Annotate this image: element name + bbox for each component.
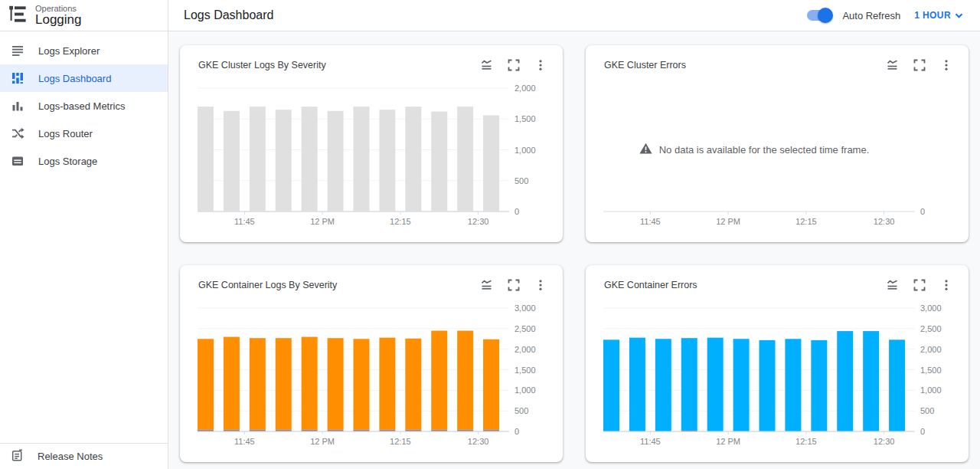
- fullscreen-icon[interactable]: [507, 58, 521, 72]
- sidebar-item-label: Logs-based Metrics: [38, 100, 125, 112]
- no-data-message: No data is available for the selected ti…: [586, 143, 923, 156]
- more-vert-icon[interactable]: [939, 278, 953, 292]
- auto-refresh-toggle[interactable]: [806, 8, 833, 23]
- sidebar-item-label: Logs Explorer: [38, 45, 100, 57]
- logging-logo-icon: [8, 4, 28, 28]
- bar-chart-cluster-logs[interactable]: 05001,0001,5002,00011:4512 PM12:1512:30: [180, 45, 563, 242]
- more-vert-icon[interactable]: [939, 58, 953, 72]
- warning-icon: [639, 143, 652, 156]
- sidebar-item-label: Logs Storage: [38, 156, 97, 167]
- svg-text:1,500: 1,500: [920, 366, 942, 375]
- sidebar-item-logs-router[interactable]: Logs Router: [0, 120, 168, 147]
- release-notes-link[interactable]: Release Notes: [0, 443, 168, 469]
- fullscreen-icon[interactable]: [913, 278, 926, 292]
- svg-text:1,500: 1,500: [514, 114, 536, 123]
- time-range-value: 1 HOUR: [914, 10, 951, 21]
- sidebar-item-label: Logs Dashboard: [38, 73, 111, 84]
- svg-text:12:15: 12:15: [390, 437, 411, 446]
- sidebar-item-logs-explorer[interactable]: Logs Explorer: [0, 37, 168, 64]
- svg-text:12 PM: 12 PM: [716, 217, 740, 226]
- sidebar-item-label: Logs Router: [38, 128, 93, 139]
- svg-text:1,000: 1,000: [920, 385, 942, 395]
- svg-text:12 PM: 12 PM: [716, 437, 740, 446]
- fullscreen-icon[interactable]: [507, 278, 521, 292]
- chart-title: GKE Container Logs By Severity: [198, 280, 337, 290]
- svg-text:0: 0: [514, 427, 519, 436]
- svg-text:11:45: 11:45: [640, 437, 661, 446]
- svg-text:500: 500: [514, 406, 528, 415]
- chart-title: GKE Container Errors: [604, 280, 697, 290]
- svg-text:2,500: 2,500: [514, 324, 536, 333]
- release-notes-icon: [11, 449, 24, 464]
- svg-text:12:15: 12:15: [390, 217, 411, 226]
- logs-explorer-icon: [11, 44, 24, 57]
- topbar: Logs Dashboard Auto Refresh 1 HOUR: [168, 0, 980, 31]
- svg-text:0: 0: [514, 207, 519, 216]
- more-vert-icon[interactable]: [534, 278, 547, 292]
- card-gke-container-logs-by-severity: GKE Container Logs By Severity 05001,000…: [180, 265, 563, 462]
- svg-text:12:30: 12:30: [468, 437, 489, 446]
- bar-chart-container-errors[interactable]: 05001,0001,5002,0002,5003,00011:4512 PM1…: [586, 265, 969, 462]
- svg-text:12 PM: 12 PM: [310, 437, 335, 446]
- svg-text:11:45: 11:45: [640, 217, 661, 226]
- logs-storage-icon: [11, 154, 24, 168]
- more-vert-icon[interactable]: [534, 58, 547, 72]
- svg-text:500: 500: [514, 176, 528, 185]
- dashboard-content: GKE Cluster Logs By Severity 05001,0001,…: [168, 31, 980, 469]
- sidebar-nav: Logs Explorer Logs Dashboard: [0, 31, 168, 175]
- chart-title: GKE Cluster Errors: [604, 60, 686, 71]
- main-area: Logs Dashboard Auto Refresh 1 HOUR: [168, 0, 980, 469]
- chart-title: GKE Cluster Logs By Severity: [198, 60, 326, 71]
- svg-text:0: 0: [920, 207, 925, 216]
- svg-text:11:45: 11:45: [234, 217, 255, 226]
- card-gke-cluster-errors: GKE Cluster Errors No data is available …: [586, 45, 969, 242]
- svg-text:1,000: 1,000: [514, 385, 536, 395]
- legend-toggle-icon[interactable]: [479, 278, 494, 292]
- logs-based-metrics-icon: [11, 99, 24, 113]
- sidebar-item-logs-based-metrics[interactable]: Logs-based Metrics: [0, 92, 168, 120]
- release-notes-label: Release Notes: [38, 451, 103, 462]
- logs-dashboard-icon: [11, 71, 24, 85]
- svg-text:2,000: 2,000: [514, 84, 536, 93]
- sidebar: Operations Logging Logs Explorer: [0, 0, 168, 469]
- app-root: Operations Logging Logs Explorer: [0, 0, 980, 469]
- svg-text:12:15: 12:15: [795, 217, 817, 226]
- legend-toggle-icon[interactable]: [885, 278, 900, 292]
- svg-text:2,500: 2,500: [920, 324, 942, 333]
- svg-text:500: 500: [920, 406, 934, 415]
- sidebar-item-logs-dashboard[interactable]: Logs Dashboard: [0, 64, 168, 92]
- svg-text:3,000: 3,000: [920, 303, 942, 313]
- svg-text:12:30: 12:30: [874, 217, 895, 226]
- product-name: Logging: [35, 13, 82, 27]
- svg-text:11:45: 11:45: [234, 437, 255, 446]
- svg-text:12:15: 12:15: [795, 437, 817, 446]
- svg-text:12 PM: 12 PM: [310, 217, 335, 226]
- product-logo: Operations Logging: [0, 0, 168, 31]
- svg-text:12:30: 12:30: [874, 437, 895, 446]
- chevron-down-icon: [955, 10, 963, 21]
- legend-toggle-icon[interactable]: [479, 58, 494, 72]
- bar-chart-container-logs[interactable]: 05001,0001,5002,0002,5003,00011:4512 PM1…: [180, 265, 563, 462]
- svg-text:2,000: 2,000: [514, 345, 536, 354]
- fullscreen-icon[interactable]: [913, 58, 926, 72]
- sidebar-item-logs-storage[interactable]: Logs Storage: [0, 147, 168, 175]
- svg-text:12:30: 12:30: [468, 217, 489, 226]
- logs-router-icon: [11, 126, 24, 140]
- page-title: Logs Dashboard: [184, 8, 273, 22]
- svg-text:0: 0: [920, 427, 925, 436]
- svg-text:3,000: 3,000: [514, 303, 536, 313]
- svg-text:1,500: 1,500: [514, 366, 536, 375]
- auto-refresh-label: Auto Refresh: [842, 10, 900, 21]
- card-gke-cluster-logs-by-severity: GKE Cluster Logs By Severity 05001,0001,…: [180, 45, 563, 242]
- svg-text:1,000: 1,000: [514, 146, 536, 155]
- svg-text:2,000: 2,000: [920, 345, 942, 354]
- card-gke-container-errors: GKE Container Errors 05001,0001,5002,000…: [586, 265, 969, 462]
- time-range-dropdown[interactable]: 1 HOUR: [914, 10, 963, 21]
- legend-toggle-icon[interactable]: [885, 58, 900, 72]
